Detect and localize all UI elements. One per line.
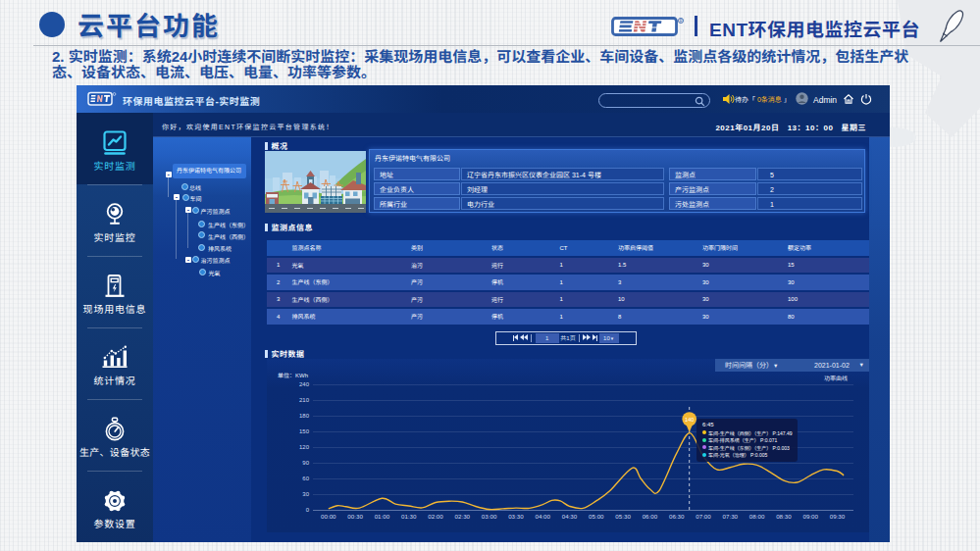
svg-text:140: 140 (685, 417, 694, 423)
